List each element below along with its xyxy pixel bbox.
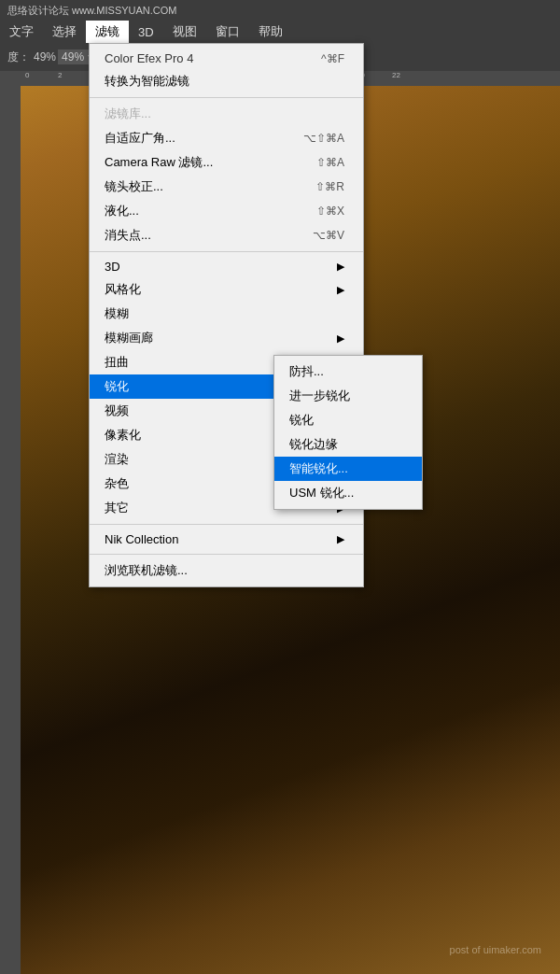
menu-adaptive-wide[interactable]: 自适应广角... ⌥⇧⌘A — [90, 126, 363, 150]
menu-blur-gallery[interactable]: 模糊画廊 ▶ — [90, 326, 363, 350]
menubar: 文字 选择 滤镜 3D 视图 窗口 帮助 — [0, 21, 560, 43]
menu-item-help[interactable]: 帮助 — [249, 21, 292, 43]
sharpen-submenu: 防抖... 进一步锐化 锐化 锐化边缘 智能锐化... USM 锐化... — [273, 355, 423, 510]
arrow-icon: ▶ — [337, 332, 344, 345]
menu-convert-smart[interactable]: 转换为智能滤镜 — [90, 69, 363, 93]
submenu-sharpen[interactable]: 锐化 — [274, 408, 422, 432]
menu-color-efex[interactable]: Color Efex Pro 4 ^⌘F — [90, 48, 363, 69]
menu-blur[interactable]: 模糊 — [90, 302, 363, 326]
zoom-label: 度： — [7, 49, 30, 65]
menu-camera-raw[interactable]: Camera Raw 滤镜... ⇧⌘A — [90, 150, 363, 175]
menu-item-view[interactable]: 视图 — [163, 21, 206, 43]
menu-nik-collection[interactable]: Nik Collection ▶ — [90, 529, 363, 550]
menu-item-select[interactable]: 选择 — [43, 21, 86, 43]
submenu-sharpen-edges[interactable]: 锐化边缘 — [274, 432, 422, 457]
separator-2 — [90, 251, 363, 252]
menu-liquify[interactable]: 液化... ⇧⌘X — [90, 199, 363, 223]
menu-item-filter[interactable]: 滤镜 — [86, 21, 129, 43]
zoom-value: 49% — [34, 50, 56, 64]
menu-lens-correction[interactable]: 镜头校正... ⇧⌘R — [90, 175, 363, 199]
arrow-icon: ▶ — [337, 284, 344, 296]
menu-3d[interactable]: 3D ▶ — [90, 256, 363, 277]
menu-item-text[interactable]: 文字 — [0, 21, 43, 43]
separator-4 — [90, 554, 363, 555]
menu-item-3d[interactable]: 3D — [129, 21, 163, 43]
submenu-usm-sharpen[interactable]: USM 锐化... — [274, 481, 422, 505]
menu-browse-online[interactable]: 浏览联机滤镜... — [90, 558, 363, 583]
separator-3 — [90, 524, 363, 525]
arrow-icon: ▶ — [337, 533, 344, 545]
submenu-further-sharpen[interactable]: 进一步锐化 — [274, 384, 422, 408]
bottom-watermark: post of uimaker.com — [450, 944, 541, 955]
ps-topbar: 思络设计论坛 www.MISSYUAN.COM — [0, 0, 560, 21]
submenu-smart-sharpen[interactable]: 智能锐化... — [274, 457, 422, 481]
ruler-vertical — [0, 71, 21, 974]
separator-1 — [90, 97, 363, 98]
menu-vanishing-point[interactable]: 消失点... ⌥⌘V — [90, 223, 363, 247]
submenu-anti-shake[interactable]: 防抖... — [274, 360, 422, 384]
menu-filter-gallery[interactable]: 滤镜库... — [90, 102, 363, 126]
menu-stylize[interactable]: 风格化 ▶ — [90, 277, 363, 302]
menu-item-window[interactable]: 窗口 — [206, 21, 249, 43]
arrow-icon: ▶ — [337, 261, 344, 273]
topbar-label: 思络设计论坛 www.MISSYUAN.COM — [0, 4, 177, 18]
